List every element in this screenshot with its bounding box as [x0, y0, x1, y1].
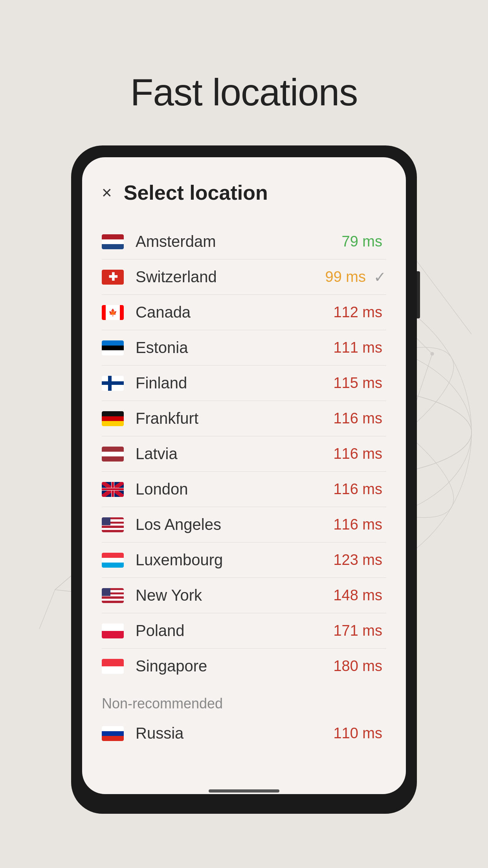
location-item[interactable]: Amsterdam 79 ms [102, 224, 386, 259]
latency-value: 180 ms [333, 658, 382, 675]
latency-value: 99 ms [325, 268, 366, 285]
location-item[interactable]: Los Angeles 116 ms [102, 507, 386, 542]
svg-point-18 [431, 352, 434, 355]
location-item[interactable]: New York 148 ms [102, 578, 386, 613]
screen-content: × Select location Amsterdam 79 ms ✚ Swit… [82, 157, 406, 783]
non-recommended-label: Non-recommended [102, 684, 386, 716]
location-name: Singapore [136, 657, 333, 675]
location-item[interactable]: Frankfurt 116 ms [102, 401, 386, 436]
flag-icon [102, 447, 124, 462]
flag-icon [102, 659, 124, 674]
location-name: Los Angeles [136, 516, 333, 533]
location-item[interactable]: Luxembourg 123 ms [102, 542, 386, 578]
phone-frame: × Select location Amsterdam 79 ms ✚ Swit… [71, 145, 417, 814]
flag-icon [102, 726, 124, 741]
latency-value: 116 ms [333, 445, 382, 462]
flag-icon [102, 553, 124, 568]
latency-value: 111 ms [333, 339, 382, 356]
latency-value: 171 ms [333, 622, 382, 639]
flag-icon [102, 234, 124, 249]
location-name: Luxembourg [136, 551, 333, 569]
flag-icon [102, 411, 124, 426]
flag-icon: ✚ [102, 270, 124, 285]
latency-value: 115 ms [333, 375, 382, 392]
phone-side-button [417, 271, 420, 318]
latency-value: 79 ms [342, 233, 382, 250]
location-name: Russia [136, 725, 333, 742]
screen-title: Select location [124, 181, 268, 204]
location-item[interactable]: Russia 110 ms [102, 716, 386, 751]
location-name: Estonia [136, 339, 333, 357]
flag-icon [102, 588, 124, 603]
location-name: Poland [136, 622, 333, 640]
location-name: Finland [136, 374, 333, 392]
location-item[interactable]: Poland 171 ms [102, 613, 386, 649]
location-name: New York [136, 587, 333, 604]
location-name: Frankfurt [136, 410, 333, 427]
close-button[interactable]: × [102, 184, 112, 201]
selected-check-icon: ✓ [374, 268, 386, 286]
location-name: Amsterdam [136, 233, 342, 250]
flag-icon [102, 482, 124, 497]
phone-home-bar [209, 789, 279, 793]
latency-value: 116 ms [333, 410, 382, 427]
latency-value: 112 ms [333, 304, 382, 321]
location-item[interactable]: Finland 115 ms [102, 366, 386, 401]
flag-icon [102, 340, 124, 355]
location-item[interactable]: 🍁 Canada 112 ms [102, 295, 386, 330]
page-title: Fast locations [130, 71, 358, 114]
location-list: Amsterdam 79 ms ✚ Switzerland 99 ms ✓ 🍁 … [102, 224, 386, 684]
latency-value: 110 ms [333, 725, 382, 742]
latency-value: 116 ms [333, 516, 382, 533]
flag-icon [102, 517, 124, 532]
flag-icon: 🍁 [102, 305, 124, 320]
non-recommended-list: Russia 110 ms [102, 716, 386, 751]
flag-icon [102, 623, 124, 638]
location-item[interactable]: Singapore 180 ms [102, 649, 386, 684]
latency-value: 123 ms [333, 552, 382, 568]
latency-value: 116 ms [333, 481, 382, 498]
flag-icon [102, 376, 124, 391]
location-name: Canada [136, 303, 333, 321]
location-item[interactable]: Latvia 116 ms [102, 436, 386, 472]
location-item[interactable]: London 116 ms [102, 472, 386, 507]
location-name: Switzerland [136, 268, 325, 286]
location-item[interactable]: ✚ Switzerland 99 ms ✓ [102, 259, 386, 295]
phone-screen: × Select location Amsterdam 79 ms ✚ Swit… [82, 157, 406, 794]
location-item[interactable]: Estonia 111 ms [102, 330, 386, 366]
svg-line-15 [413, 256, 471, 334]
location-name: Latvia [136, 445, 333, 463]
location-name: London [136, 480, 333, 498]
svg-line-24 [39, 590, 55, 629]
latency-value: 148 ms [333, 587, 382, 604]
header-row: × Select location [102, 181, 386, 204]
